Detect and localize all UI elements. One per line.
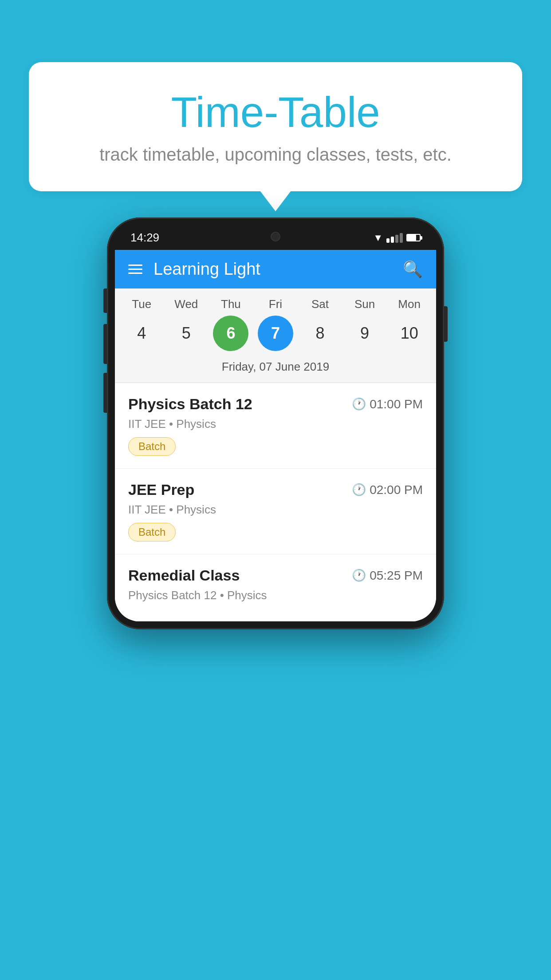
schedule-item-3-time-text: 05:25 PM (370, 569, 423, 583)
menu-button[interactable] (128, 265, 142, 274)
day-header-wed: Wed (169, 297, 204, 311)
volume-up-button (103, 324, 107, 364)
schedule-item-3-time: 🕐 05:25 PM (352, 569, 423, 583)
schedule-item-1-time: 🕐 01:00 PM (352, 397, 423, 411)
signal-icon (386, 233, 403, 243)
schedule-item-2-subtitle: IIT JEE • Physics (128, 503, 423, 517)
clock-icon-3: 🕐 (352, 569, 366, 582)
schedule-item-2-title: JEE Prep (128, 481, 194, 498)
clock-icon-2: 🕐 (352, 483, 366, 497)
schedule-item-1-badge: Batch (128, 437, 176, 456)
calendar-strip: Tue Wed Thu Fri Sat Sun Mon 4 5 6 7 8 9 … (115, 288, 436, 383)
wifi-icon: ▼ (373, 232, 383, 244)
camera-lens (271, 232, 280, 241)
bubble-title: Time-Table (55, 89, 496, 136)
schedule-item-2-time-text: 02:00 PM (370, 483, 423, 497)
schedule-item-3-title: Remedial Class (128, 567, 240, 584)
schedule-item-2-badge: Batch (128, 523, 176, 541)
day-header-sun: Sun (347, 297, 382, 311)
day-9[interactable]: 9 (347, 316, 382, 351)
day-7-selected[interactable]: 7 (258, 316, 293, 351)
search-icon[interactable]: 🔍 (403, 260, 423, 279)
selected-date-label: Friday, 07 June 2019 (115, 356, 436, 383)
day-8[interactable]: 8 (303, 316, 338, 351)
schedule-item-3-header: Remedial Class 🕐 05:25 PM (128, 567, 423, 584)
status-time: 14:29 (130, 231, 159, 245)
status-icons: ▼ (373, 232, 421, 244)
status-bar: 14:29 ▼ (115, 225, 436, 250)
day-6-today[interactable]: 6 (213, 316, 248, 351)
schedule-item-1[interactable]: Physics Batch 12 🕐 01:00 PM IIT JEE • Ph… (115, 383, 436, 469)
app-bar: Learning Light 🔍 (115, 250, 436, 288)
app-title: Learning Light (153, 260, 392, 279)
speech-bubble-container: Time-Table track timetable, upcoming cla… (29, 62, 522, 191)
day-10[interactable]: 10 (392, 316, 427, 351)
speech-bubble: Time-Table track timetable, upcoming cla… (29, 62, 522, 191)
schedule-item-1-title: Physics Batch 12 (128, 395, 252, 413)
day-header-thu: Thu (213, 297, 248, 311)
volume-down-button (103, 373, 107, 413)
day-header-fri: Fri (258, 297, 293, 311)
volume-button-right (444, 306, 448, 342)
schedule-item-2-header: JEE Prep 🕐 02:00 PM (128, 481, 423, 498)
schedule-item-2-time: 🕐 02:00 PM (352, 483, 423, 497)
day-header-sat: Sat (303, 297, 338, 311)
schedule-item-3[interactable]: Remedial Class 🕐 05:25 PM Physics Batch … (115, 554, 436, 621)
phone-outer: 14:29 ▼ Learning Light (107, 217, 444, 629)
day-numbers: 4 5 6 7 8 9 10 (115, 311, 436, 356)
battery-icon (406, 234, 421, 241)
schedule-item-1-subtitle: IIT JEE • Physics (128, 417, 423, 431)
bubble-subtitle: track timetable, upcoming classes, tests… (55, 145, 496, 165)
day-header-tue: Tue (124, 297, 159, 311)
schedule-item-2[interactable]: JEE Prep 🕐 02:00 PM IIT JEE • Physics Ba… (115, 469, 436, 554)
schedule-item-3-subtitle: Physics Batch 12 • Physics (128, 589, 423, 602)
day-header-mon: Mon (392, 297, 427, 311)
phone-notch (240, 225, 311, 248)
day-4[interactable]: 4 (124, 316, 159, 351)
clock-icon-1: 🕐 (352, 397, 366, 411)
day-headers: Tue Wed Thu Fri Sat Sun Mon (115, 297, 436, 311)
phone-mockup: 14:29 ▼ Learning Light (107, 217, 444, 629)
phone-screen: Learning Light 🔍 Tue Wed Thu Fri Sat Sun… (115, 250, 436, 621)
power-button (103, 288, 107, 313)
day-5[interactable]: 5 (169, 316, 204, 351)
schedule-item-1-time-text: 01:00 PM (370, 397, 423, 411)
schedule-item-1-header: Physics Batch 12 🕐 01:00 PM (128, 395, 423, 413)
